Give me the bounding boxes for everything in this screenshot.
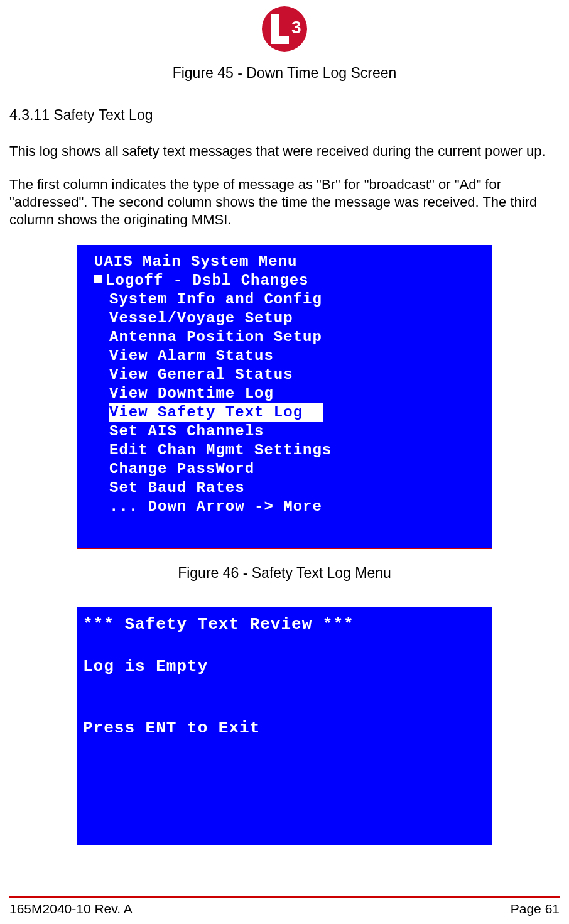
menu-item-5: View General Status	[83, 366, 486, 384]
menu-item-4: View Alarm Status	[83, 347, 486, 366]
menu-item-0: Logoff - Dsbl Changes	[83, 271, 486, 290]
menu-item-6: View Downtime Log	[83, 384, 486, 403]
l3-logo: 3	[262, 6, 307, 52]
menu-item-7: View Safety Text Log	[83, 403, 486, 422]
footer-right: Page 61	[511, 901, 560, 916]
figure-45-caption: Figure 45 - Down Time Log Screen	[9, 65, 560, 82]
menu-title: UAIS Main System Menu	[83, 253, 486, 271]
menu-item-12: ... Down Arrow -> More	[83, 497, 486, 516]
paragraph-1: This log shows all safety text messages …	[9, 143, 560, 160]
paragraph-2: The first column indicates the type of m…	[9, 176, 560, 229]
menu-screenshot-2: *** Safety Text Review *** Log is Empty …	[77, 607, 492, 845]
svg-text:3: 3	[291, 18, 301, 37]
menu-item-9: Edit Chan Mgmt Settings	[83, 441, 486, 460]
svg-rect-2	[271, 36, 289, 44]
menu-item-1: System Info and Config	[83, 290, 486, 309]
screen2-line2: Log is Empty	[83, 656, 486, 678]
menu-item-3: Antenna Position Setup	[83, 328, 486, 347]
menu-screenshot-1: UAIS Main System Menu Logoff - Dsbl Chan…	[77, 245, 492, 549]
menu-item-2: Vessel/Voyage Setup	[83, 309, 486, 328]
logo-container: 3	[9, 6, 560, 55]
menu-item-11: Set Baud Rates	[83, 479, 486, 497]
screen2-line3: Press ENT to Exit	[83, 718, 486, 739]
page-footer: 165M2040-10 Rev. A Page 61	[9, 896, 560, 916]
section-heading: 4.3.11 Safety Text Log	[9, 107, 560, 124]
footer-left: 165M2040-10 Rev. A	[9, 901, 133, 916]
cursor-icon	[94, 275, 102, 283]
figure-46-caption: Figure 46 - Safety Text Log Menu	[9, 565, 560, 582]
menu-item-8: Set AIS Channels	[83, 422, 486, 441]
menu-item-10: Change PassWord	[83, 460, 486, 479]
menu-item-selected: View Safety Text Log	[109, 403, 323, 422]
screen2-title: *** Safety Text Review ***	[83, 614, 486, 636]
